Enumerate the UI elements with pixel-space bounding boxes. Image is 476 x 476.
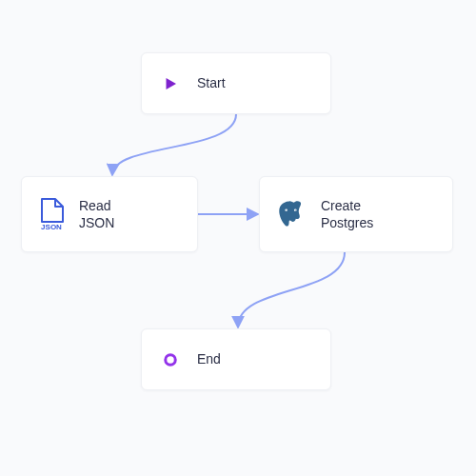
svg-point-5: [166, 354, 176, 365]
postgres-icon: [275, 198, 307, 230]
json-file-icon: JSON: [37, 198, 66, 230]
play-icon: [157, 70, 184, 97]
workflow-canvas[interactable]: Start JSON Read JSON Create Postgres: [0, 0, 476, 476]
svg-point-3: [286, 210, 287, 211]
node-read-json[interactable]: JSON Read JSON: [21, 176, 198, 252]
edge-createpostgres-to-end: [238, 252, 345, 327]
node-create-postgres[interactable]: Create Postgres: [259, 176, 453, 252]
svg-point-4: [295, 210, 296, 211]
node-read-json-label: Read JSON: [79, 197, 114, 231]
node-start[interactable]: Start: [141, 52, 331, 114]
edge-start-to-readjson: [112, 114, 236, 174]
node-end[interactable]: End: [141, 328, 331, 390]
end-ring-icon: [157, 347, 184, 373]
svg-text:JSON: JSON: [41, 223, 62, 230]
node-end-label: End: [197, 350, 221, 367]
node-start-label: Start: [197, 74, 226, 91]
node-create-postgres-label: Create Postgres: [321, 197, 373, 231]
